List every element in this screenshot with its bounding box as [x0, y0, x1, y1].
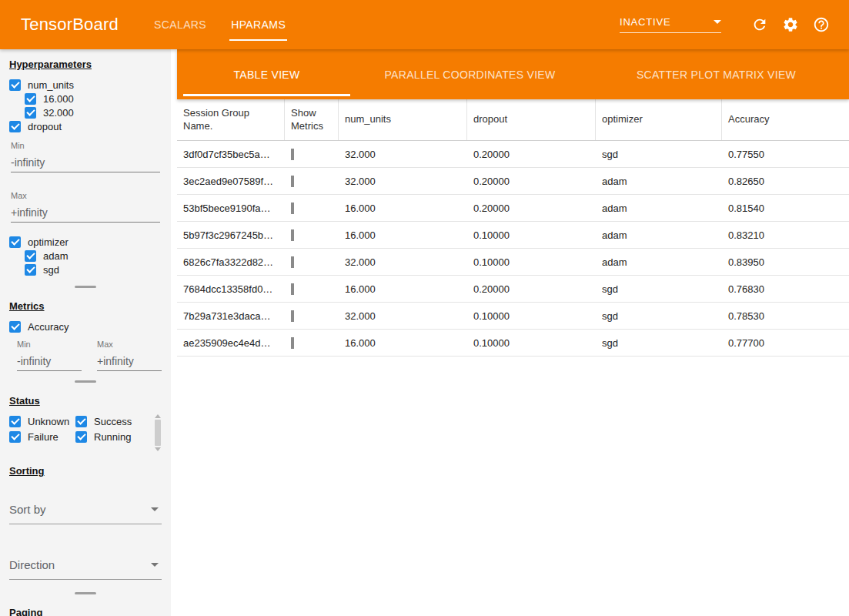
- sort-by-value: Sort by: [9, 503, 46, 516]
- accuracy-value: 0.78530: [722, 310, 849, 322]
- table-row[interactable]: 7684dcc13358fd0… 16.000 0.20000 sgd 0.76…: [177, 276, 849, 303]
- checkbox-num-units-32[interactable]: 32.000: [25, 105, 162, 119]
- optimizer-adam-label: adam: [43, 250, 69, 262]
- reload-status-select[interactable]: INACTIVE: [620, 16, 721, 33]
- scroll-up-icon[interactable]: [155, 414, 161, 418]
- table-row[interactable]: 3ec2aed9e07589f… 32.000 0.20000 adam 0.8…: [177, 168, 849, 195]
- accuracy-value: 0.76830: [722, 283, 849, 295]
- hparams-main: TABLE VIEW PARALLEL COORDINATES VIEW SCA…: [177, 49, 849, 616]
- col-show-metrics[interactable]: Show Metrics: [285, 99, 339, 140]
- paging-heading: Paging: [9, 607, 162, 616]
- accuracy-min-input[interactable]: [17, 349, 82, 371]
- status-heading: Status: [9, 395, 162, 407]
- direction-select[interactable]: Direction: [9, 555, 162, 580]
- session-group-name: ae235909ec4e4d…: [177, 337, 285, 349]
- dropout-min-input[interactable]: [11, 150, 160, 172]
- show-metrics-checkbox[interactable]: [291, 337, 294, 349]
- dropout-min-field: Min: [11, 141, 160, 172]
- col-accuracy[interactable]: Accuracy: [722, 99, 849, 140]
- table-row[interactable]: 5b97f3c2967245b… 16.000 0.10000 adam 0.8…: [177, 222, 849, 249]
- show-metrics-checkbox[interactable]: [291, 229, 294, 241]
- view-tabs: TABLE VIEW PARALLEL COORDINATES VIEW SCA…: [177, 49, 849, 99]
- optimizer-value: adam: [596, 256, 722, 268]
- optimizer-value: adam: [596, 229, 722, 241]
- num-units-16-label: 16.000: [43, 93, 74, 105]
- scrollbar-thumb[interactable]: [155, 420, 161, 446]
- checkbox-accuracy[interactable]: Accuracy: [9, 320, 162, 333]
- checkbox-checked-icon: [25, 93, 36, 105]
- accuracy-value: 0.82650: [722, 176, 849, 187]
- tab-scalars[interactable]: SCALARS: [142, 0, 219, 49]
- dropout-max-input[interactable]: [11, 200, 160, 223]
- show-metrics-checkbox[interactable]: [291, 256, 294, 268]
- checkbox-status-running[interactable]: Running: [75, 430, 153, 444]
- checkbox-status-failure[interactable]: Failure: [9, 430, 75, 444]
- section-resize-handle[interactable]: [75, 286, 96, 288]
- scroll-down-icon[interactable]: [155, 447, 161, 451]
- settings-button[interactable]: [781, 15, 800, 34]
- tab-parallel-coordinates-view[interactable]: PARALLEL COORDINATES VIEW: [356, 49, 583, 99]
- optimizer-value: sgd: [596, 310, 722, 322]
- gear-icon: [782, 16, 799, 33]
- table-row[interactable]: 3df0d7cf35bec5a… 32.000 0.20000 sgd 0.77…: [177, 141, 849, 168]
- checkbox-status-unknown[interactable]: Unknown: [9, 414, 75, 428]
- section-resize-handle[interactable]: [75, 592, 96, 594]
- show-metrics-checkbox[interactable]: [291, 149, 294, 160]
- tab-scatter-plot-matrix-view[interactable]: SCATTER PLOT MATRIX VIEW: [583, 49, 849, 99]
- table-row[interactable]: 7b29a731e3daca… 32.000 0.10000 sgd 0.785…: [177, 303, 849, 330]
- show-metrics-checkbox[interactable]: [291, 203, 294, 214]
- table-row[interactable]: 53bf5bece9190fa… 16.000 0.20000 adam 0.8…: [177, 195, 849, 222]
- checkbox-num-units[interactable]: num_units: [9, 78, 162, 92]
- checkbox-dropout[interactable]: dropout: [9, 119, 162, 133]
- accuracy-max-field: Max: [97, 340, 162, 371]
- help-icon: [813, 16, 830, 33]
- checkbox-optimizer[interactable]: optimizer: [9, 235, 162, 249]
- accuracy-max-input[interactable]: [97, 349, 162, 371]
- dropout-value: 0.10000: [467, 337, 596, 349]
- col-session-group-name[interactable]: Session Group Name.: [177, 99, 285, 140]
- table-row[interactable]: ae235909ec4e4d… 16.000 0.10000 sgd 0.777…: [177, 330, 849, 357]
- max-label: Max: [97, 340, 162, 349]
- num-units-value: 16.000: [339, 283, 467, 295]
- show-metrics-checkbox[interactable]: [291, 283, 294, 295]
- dropout-value: 0.10000: [467, 229, 596, 241]
- optimizer-value: adam: [596, 176, 722, 187]
- refresh-button[interactable]: [750, 15, 769, 34]
- col-optimizer[interactable]: optimizer: [596, 99, 722, 140]
- sort-by-select[interactable]: Sort by: [9, 500, 162, 524]
- dashboard-tabs: SCALARS HPARAMS: [142, 0, 298, 49]
- max-label: Max: [11, 191, 160, 200]
- table-header-row: Session Group Name. Show Metrics num_uni…: [177, 99, 849, 141]
- checkbox-status-success[interactable]: Success: [75, 414, 153, 428]
- section-resize-handle[interactable]: [75, 380, 96, 383]
- reload-status-value: INACTIVE: [620, 16, 670, 28]
- show-metrics-checkbox[interactable]: [291, 310, 294, 322]
- checkbox-checked-icon: [9, 416, 21, 427]
- num-units-value: 32.000: [339, 176, 467, 187]
- checkbox-checked-icon: [75, 431, 87, 443]
- hyperparameters-section: Hyperparameters num_units 16.000 32.000 …: [0, 49, 171, 276]
- checkbox-optimizer-adam[interactable]: adam: [25, 249, 162, 263]
- num-units-value: 32.000: [339, 256, 467, 268]
- tab-table-view[interactable]: TABLE VIEW: [177, 49, 356, 99]
- status-scrollbar[interactable]: [153, 414, 162, 451]
- optimizer-value: sgd: [596, 149, 722, 160]
- help-button[interactable]: [812, 15, 831, 34]
- dropout-value: 0.20000: [467, 149, 596, 160]
- col-num-units[interactable]: num_units: [339, 99, 467, 140]
- tensorboard-app: { "topbar": { "title": "TensorBoard", "t…: [0, 0, 849, 616]
- col-dropout[interactable]: dropout: [467, 99, 596, 140]
- checkbox-optimizer-sgd[interactable]: sgd: [25, 263, 162, 276]
- dropout-value: 0.10000: [467, 310, 596, 322]
- refresh-icon: [751, 16, 768, 33]
- checkbox-checked-icon: [9, 431, 21, 443]
- tab-table-view-label: TABLE VIEW: [234, 69, 300, 81]
- direction-value: Direction: [9, 558, 55, 571]
- accuracy-value: 0.83950: [722, 256, 849, 268]
- show-metrics-checkbox[interactable]: [291, 176, 294, 187]
- session-group-name: 7684dcc13358fd0…: [177, 283, 285, 295]
- tab-hparams[interactable]: HPARAMS: [219, 0, 298, 49]
- table-row[interactable]: 6826c7fa3322d82… 32.000 0.10000 adam 0.8…: [177, 249, 849, 276]
- tab-parallel-coordinates-view-label: PARALLEL COORDINATES VIEW: [385, 69, 556, 81]
- checkbox-num-units-16[interactable]: 16.000: [25, 92, 162, 105]
